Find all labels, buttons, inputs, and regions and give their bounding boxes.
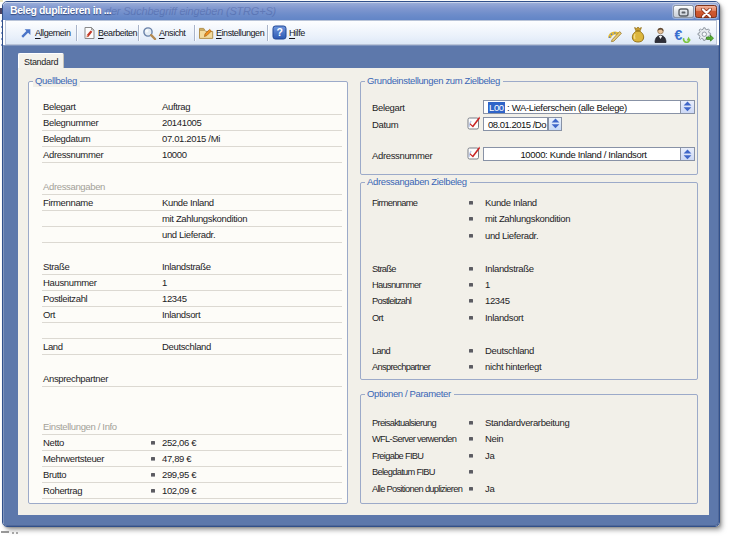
customer-icon[interactable] [652, 26, 669, 43]
menu-ansicht[interactable]: Ansicht [142, 21, 185, 44]
row-label: Adressangaben [43, 181, 105, 193]
target_address_panel-row: Ansprechpartnernicht hinterlegt [372, 359, 692, 375]
value-marker-icon [469, 349, 473, 353]
source-row: mit Zahlungskondition [42, 211, 342, 227]
row-label: Brutto [43, 469, 66, 481]
belegart-combobox[interactable]: L00 : WA-Lieferschein (alle Belege) [483, 100, 695, 114]
panel-title: Adressangaben Zielbeleg [365, 176, 470, 188]
value-marker-icon [151, 473, 155, 477]
source-row: Postleitzahl12345 [42, 291, 342, 307]
dropdown-button[interactable] [680, 148, 694, 160]
tab-standard[interactable]: Standard [18, 53, 64, 68]
row-value: und Lieferadr. [485, 230, 538, 242]
row-value: Inlandsort [162, 309, 200, 321]
row-label: Straße [43, 261, 69, 273]
row-label: Land [372, 345, 390, 357]
row-label: Hausnummer [43, 277, 97, 289]
options_panel-row: WFL-Server verwendenNein [372, 431, 692, 447]
source-row: Brutto299,95 € [42, 467, 342, 483]
value-marker-icon [469, 201, 473, 205]
row-label: Ort [372, 312, 383, 324]
source-row: Mehrwertsteuer47,89 € [42, 451, 342, 467]
target_address_panel-row: Postleitzahl12345 [372, 293, 692, 309]
source-row: Rohertrag102,09 € [42, 483, 342, 499]
target_address_panel-row [372, 244, 692, 260]
source-row: Belegnummer20141005 [42, 115, 342, 131]
signature-pen-icon[interactable] [607, 26, 624, 43]
toolbar-separator [138, 25, 139, 41]
row-label: Firmenname [372, 197, 417, 209]
magnifier-icon [142, 26, 157, 40]
belegart-label: Belegart [372, 102, 405, 114]
target_address_panel-row: OrtInlandsort [372, 310, 692, 326]
restore-button[interactable] [673, 5, 694, 18]
options_panel-row: PreisaktualsierungStandardverarbeitung [372, 415, 692, 431]
adressnummer-checkbox[interactable] [467, 145, 481, 160]
menu-hilfe[interactable]: ?Hilfe [272, 21, 305, 44]
row-label: WFL-Server verwenden [372, 433, 456, 445]
datum-checkbox[interactable] [467, 115, 481, 130]
close-button[interactable] [695, 5, 717, 18]
dropdown-button[interactable] [680, 101, 694, 113]
source-row [42, 387, 342, 403]
source-row [42, 323, 342, 339]
source-row: OrtInlandsort [42, 307, 342, 323]
source-row: und Lieferadr. [42, 227, 342, 243]
row-value: Nein [485, 433, 503, 445]
menu-einstellungen[interactable]: Einstellungen [198, 21, 264, 44]
menu-label: Ansicht [159, 28, 185, 38]
row-label: Ort [43, 309, 55, 321]
row-value: Auftrag [162, 101, 190, 113]
row-value: Standardverarbeitung [485, 417, 569, 429]
source-row: Belegdatum07.01.2015 /Mi [42, 131, 342, 147]
euro-currency-icon[interactable]: € [674, 26, 691, 43]
value-marker-icon [151, 441, 155, 445]
source-row: Netto252,06 € [42, 435, 342, 451]
datum-field[interactable]: 08.01.2015 /Do [483, 117, 548, 131]
option-rows: PreisaktualsierungStandardverarbeitung W… [372, 415, 692, 497]
menu-label: Einstellungen [216, 28, 264, 38]
row-label: Alle Positionen duplizieren [372, 483, 462, 495]
value-marker-icon [469, 470, 473, 474]
target_address_panel-row: LandDeutschland [372, 343, 692, 359]
money-bag-icon[interactable] [629, 26, 646, 43]
titlebar[interactable]: der Suchbegriff eingeben (STRG+S) Beleg … [3, 2, 719, 20]
dialog-window: der Suchbegriff eingeben (STRG+S) Beleg … [2, 1, 720, 527]
row-value: 1 [485, 279, 490, 291]
options_panel-row: Belegdatum FIBU [372, 464, 692, 480]
row-label: Einstellungen / Info [43, 421, 117, 433]
background-artifact [16, 532, 18, 534]
row-value: 12345 [485, 295, 510, 307]
menu-label: Bearbeiten [98, 28, 137, 38]
row-label: Ansprechpartner [372, 361, 430, 373]
row-value: 1 [162, 277, 167, 289]
gear-import-icon[interactable] [697, 26, 714, 43]
source-row: LandDeutschland [42, 339, 342, 355]
menu-label: Allgemein [35, 28, 70, 38]
value-marker-icon [469, 365, 473, 369]
target_address_panel-row [372, 326, 692, 342]
datum-label: Datum [372, 119, 398, 131]
row-label: Firmenname [43, 197, 93, 209]
row-value: 07.01.2015 /Mi [162, 133, 220, 145]
window-title: Beleg duplizieren in ... [10, 4, 111, 16]
content-area: Quellbeleg BelegartAuftrag Belegnummer20… [18, 68, 709, 515]
datum-spin-button[interactable] [548, 117, 562, 131]
row-value: 252,06 € [162, 437, 196, 449]
value-marker-icon [469, 437, 473, 441]
row-label: Belegart [43, 101, 76, 113]
row-value: Kunde Inland [162, 197, 214, 209]
menu-allgemein[interactable]: Allgemein [19, 21, 70, 44]
selected-code: L00 [488, 102, 505, 113]
background-artifact [1, 531, 9, 533]
adressnummer-combobox[interactable]: 10000: Kunde Inland / Inlandsort [483, 147, 695, 161]
row-value: Inlandstraße [485, 263, 534, 275]
menu-bearbeiten[interactable]: Bearbeiten [82, 21, 137, 44]
row-label: Postleitzahl [43, 293, 87, 305]
tab-label: Standard [24, 57, 58, 67]
source-row [42, 243, 342, 259]
row-value: nicht hinterlegt [485, 361, 541, 373]
source-row: BelegartAuftrag [42, 99, 342, 115]
source-row [42, 355, 342, 371]
row-value: Kunde Inland [485, 197, 537, 209]
